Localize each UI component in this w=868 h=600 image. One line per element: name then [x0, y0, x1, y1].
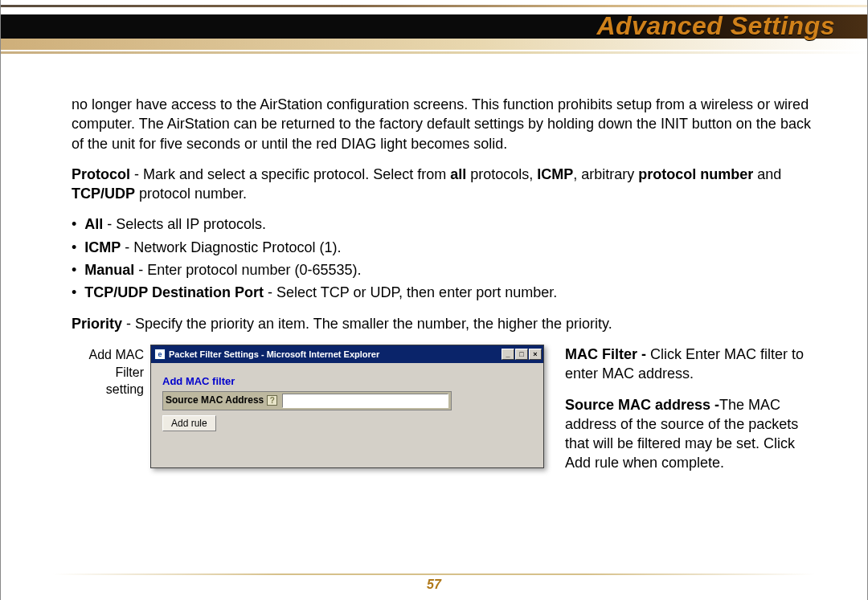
protocol-paragraph: Protocol - Mark and select a specific pr… — [72, 165, 824, 204]
window-controls: _ □ × — [502, 349, 542, 360]
list-item: ICMP - Network Diagnostic Protocol (1). — [72, 238, 824, 257]
close-button[interactable]: × — [529, 349, 542, 360]
mac-field-row: Source MAC Address ? — [162, 391, 452, 410]
page-number: 57 — [1, 578, 867, 592]
intro-paragraph: no longer have access to the AirStation … — [72, 95, 824, 153]
protocol-bullets: All - Selects all IP protocols. ICMP - N… — [72, 214, 824, 302]
figure-caption: Add MAC Filter setting — [72, 345, 144, 398]
minimize-button[interactable]: _ — [502, 349, 514, 360]
ie-body: Add MAC filter Source MAC Address ? Add … — [151, 363, 543, 467]
panel-title: Add MAC filter — [162, 374, 532, 389]
add-rule-button[interactable]: Add rule — [162, 415, 216, 431]
ie-window: e Packet Filter Settings - Microsoft Int… — [150, 345, 544, 468]
list-item: TCP/UDP Destination Port - Select TCP or… — [72, 283, 824, 302]
header-accent-1 — [1, 5, 867, 7]
priority-paragraph: Priority - Specify the priority an item.… — [72, 314, 824, 333]
maximize-button[interactable]: □ — [515, 349, 528, 360]
page-frame: Advanced Settings no longer have access … — [0, 0, 868, 600]
header-accent-2 — [1, 51, 867, 54]
header-band: Advanced Settings — [1, 0, 867, 64]
ie-window-title: Packet Filter Settings - Microsoft Inter… — [169, 349, 502, 361]
content-body: no longer have access to the AirStation … — [1, 64, 867, 484]
footer: 57 — [1, 573, 867, 592]
source-mac-input[interactable] — [282, 394, 448, 408]
mac-description: MAC Filter - Click Enter MAC filter to e… — [551, 345, 824, 484]
source-mac-paragraph: Source MAC address -The MAC address of t… — [565, 395, 824, 473]
ie-titlebar[interactable]: e Packet Filter Settings - Microsoft Int… — [151, 345, 543, 363]
mac-filter-paragraph: MAC Filter - Click Enter MAC filter to e… — [565, 345, 824, 384]
ie-app-icon: e — [154, 349, 166, 360]
list-item: Manual - Enter protocol number (0-65535)… — [72, 260, 824, 280]
footer-rule — [53, 573, 816, 575]
list-item: All - Selects all IP protocols. — [72, 214, 824, 234]
page-title: Advanced Settings — [596, 11, 835, 41]
mac-filter-section: Add MAC Filter setting e Packet Filter S… — [72, 345, 824, 484]
protocol-label: Protocol — [72, 166, 130, 182]
help-icon[interactable]: ? — [267, 395, 277, 406]
priority-label: Priority — [72, 316, 122, 332]
mac-field-label: Source MAC Address — [166, 394, 267, 406]
